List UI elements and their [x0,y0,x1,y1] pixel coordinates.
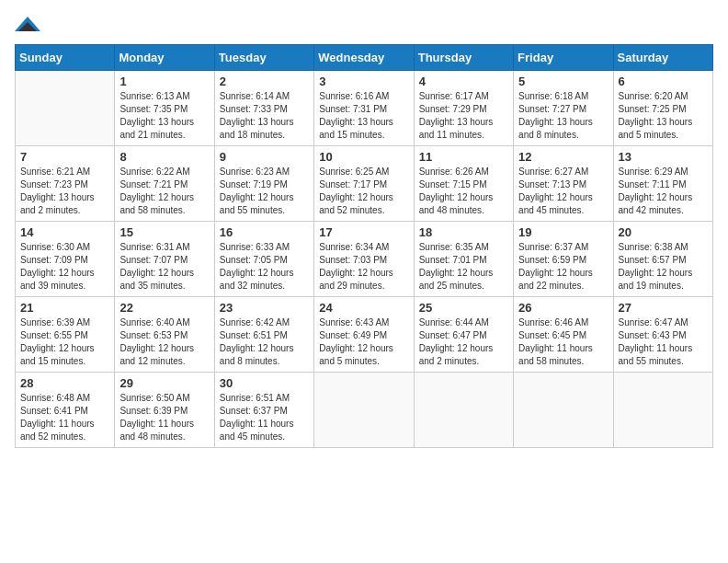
day-info: Sunrise: 6:48 AMSunset: 6:41 PMDaylight:… [20,392,109,443]
day-info: Sunrise: 6:26 AMSunset: 7:15 PMDaylight:… [419,166,508,217]
day-number: 29 [119,376,209,390]
day-number: 22 [119,301,209,315]
calendar-cell: 6Sunrise: 6:20 AMSunset: 7:25 PMDaylight… [613,71,712,146]
day-info: Sunrise: 6:40 AMSunset: 6:53 PMDaylight:… [119,316,209,368]
calendar-week-row: 14Sunrise: 6:30 AMSunset: 7:09 PMDayligh… [16,222,713,297]
calendar-cell: 11Sunrise: 6:26 AMSunset: 7:15 PMDayligh… [414,146,513,222]
day-number: 14 [20,225,109,239]
day-number: 28 [20,376,109,390]
day-number: 18 [419,225,508,239]
day-number: 10 [319,150,408,164]
day-number: 25 [419,301,508,315]
header-friday: Friday [514,45,613,71]
logo-icon [15,15,40,37]
day-info: Sunrise: 6:38 AMSunset: 6:57 PMDaylight:… [619,241,708,293]
day-number: 30 [220,376,309,390]
calendar-cell: 29Sunrise: 6:50 AMSunset: 6:39 PMDayligh… [115,373,214,448]
calendar-cell: 5Sunrise: 6:18 AMSunset: 7:27 PMDaylight… [514,71,613,146]
header-tuesday: Tuesday [214,45,313,71]
day-info: Sunrise: 6:23 AMSunset: 7:19 PMDaylight:… [220,166,309,217]
calendar-header-row: SundayMondayTuesdayWednesdayThursdayFrid… [16,45,713,71]
header-thursday: Thursday [414,45,513,71]
calendar-cell: 15Sunrise: 6:31 AMSunset: 7:07 PMDayligh… [115,222,214,297]
day-number: 20 [619,225,708,239]
calendar-cell: 28Sunrise: 6:48 AMSunset: 6:41 PMDayligh… [16,373,115,448]
calendar-cell [414,373,513,448]
day-info: Sunrise: 6:21 AMSunset: 7:23 PMDaylight:… [20,166,109,217]
day-info: Sunrise: 6:47 AMSunset: 6:43 PMDaylight:… [619,316,708,368]
calendar-cell: 3Sunrise: 6:16 AMSunset: 7:31 PMDaylight… [314,71,414,146]
day-number: 19 [518,225,608,239]
day-info: Sunrise: 6:42 AMSunset: 6:51 PMDaylight:… [220,316,309,368]
calendar-cell: 24Sunrise: 6:43 AMSunset: 6:49 PMDayligh… [314,297,414,373]
day-info: Sunrise: 6:30 AMSunset: 7:09 PMDaylight:… [20,241,109,293]
calendar-cell: 22Sunrise: 6:40 AMSunset: 6:53 PMDayligh… [115,297,214,373]
calendar-cell: 19Sunrise: 6:37 AMSunset: 6:59 PMDayligh… [514,222,613,297]
calendar-cell: 8Sunrise: 6:22 AMSunset: 7:21 PMDaylight… [115,146,214,222]
day-number: 24 [319,301,408,315]
day-info: Sunrise: 6:33 AMSunset: 7:05 PMDaylight:… [220,241,309,293]
day-info: Sunrise: 6:25 AMSunset: 7:17 PMDaylight:… [319,166,408,217]
calendar-week-row: 28Sunrise: 6:48 AMSunset: 6:41 PMDayligh… [16,373,713,448]
calendar-week-row: 7Sunrise: 6:21 AMSunset: 7:23 PMDaylight… [16,146,713,222]
header-sunday: Sunday [16,45,115,71]
calendar-cell: 7Sunrise: 6:21 AMSunset: 7:23 PMDaylight… [16,146,115,222]
calendar-cell: 10Sunrise: 6:25 AMSunset: 7:17 PMDayligh… [314,146,414,222]
day-number: 6 [619,75,708,88]
calendar-cell: 4Sunrise: 6:17 AMSunset: 7:29 PMDaylight… [414,71,513,146]
calendar-cell: 17Sunrise: 6:34 AMSunset: 7:03 PMDayligh… [314,222,414,297]
day-info: Sunrise: 6:22 AMSunset: 7:21 PMDaylight:… [119,166,209,217]
day-number: 5 [518,75,608,88]
calendar-cell: 9Sunrise: 6:23 AMSunset: 7:19 PMDaylight… [214,146,313,222]
calendar-cell: 23Sunrise: 6:42 AMSunset: 6:51 PMDayligh… [214,297,313,373]
day-number: 16 [220,225,309,239]
day-info: Sunrise: 6:37 AMSunset: 6:59 PMDaylight:… [518,241,608,293]
day-number: 7 [20,150,109,164]
day-number: 3 [319,75,408,88]
calendar-week-row: 21Sunrise: 6:39 AMSunset: 6:55 PMDayligh… [16,297,713,373]
calendar-week-row: 1Sunrise: 6:13 AMSunset: 7:35 PMDaylight… [16,71,713,146]
day-info: Sunrise: 6:35 AMSunset: 7:01 PMDaylight:… [419,241,508,293]
day-info: Sunrise: 6:50 AMSunset: 6:39 PMDaylight:… [119,392,209,443]
day-info: Sunrise: 6:18 AMSunset: 7:27 PMDaylight:… [518,90,608,142]
calendar-cell: 25Sunrise: 6:44 AMSunset: 6:47 PMDayligh… [414,297,513,373]
logo [15,15,44,37]
calendar-cell: 2Sunrise: 6:14 AMSunset: 7:33 PMDaylight… [214,71,313,146]
day-number: 17 [319,225,408,239]
calendar-table: SundayMondayTuesdayWednesdayThursdayFrid… [15,44,713,448]
calendar-cell: 30Sunrise: 6:51 AMSunset: 6:37 PMDayligh… [214,373,313,448]
calendar-cell: 1Sunrise: 6:13 AMSunset: 7:35 PMDaylight… [115,71,214,146]
day-info: Sunrise: 6:27 AMSunset: 7:13 PMDaylight:… [518,166,608,217]
day-number: 23 [220,301,309,315]
day-number: 2 [220,75,309,88]
day-info: Sunrise: 6:16 AMSunset: 7:31 PMDaylight:… [319,90,408,142]
day-number: 13 [619,150,708,164]
day-info: Sunrise: 6:39 AMSunset: 6:55 PMDaylight:… [20,316,109,368]
page-header [15,15,713,37]
calendar-cell: 21Sunrise: 6:39 AMSunset: 6:55 PMDayligh… [16,297,115,373]
day-info: Sunrise: 6:44 AMSunset: 6:47 PMDaylight:… [419,316,508,368]
calendar-cell: 14Sunrise: 6:30 AMSunset: 7:09 PMDayligh… [16,222,115,297]
day-number: 15 [119,225,209,239]
day-number: 1 [119,75,209,88]
day-info: Sunrise: 6:29 AMSunset: 7:11 PMDaylight:… [619,166,708,217]
header-monday: Monday [115,45,214,71]
day-number: 21 [20,301,109,315]
day-info: Sunrise: 6:46 AMSunset: 6:45 PMDaylight:… [518,316,608,368]
calendar-cell: 12Sunrise: 6:27 AMSunset: 7:13 PMDayligh… [514,146,613,222]
day-info: Sunrise: 6:14 AMSunset: 7:33 PMDaylight:… [220,90,309,142]
calendar-cell: 16Sunrise: 6:33 AMSunset: 7:05 PMDayligh… [214,222,313,297]
header-wednesday: Wednesday [314,45,414,71]
calendar-cell: 26Sunrise: 6:46 AMSunset: 6:45 PMDayligh… [514,297,613,373]
day-info: Sunrise: 6:43 AMSunset: 6:49 PMDaylight:… [319,316,408,368]
day-number: 4 [419,75,508,88]
calendar-cell [613,373,712,448]
day-info: Sunrise: 6:34 AMSunset: 7:03 PMDaylight:… [319,241,408,293]
calendar-cell [314,373,414,448]
header-saturday: Saturday [613,45,712,71]
calendar-cell [16,71,115,146]
day-number: 27 [619,301,708,315]
calendar-cell: 13Sunrise: 6:29 AMSunset: 7:11 PMDayligh… [613,146,712,222]
day-number: 8 [119,150,209,164]
day-number: 11 [419,150,508,164]
